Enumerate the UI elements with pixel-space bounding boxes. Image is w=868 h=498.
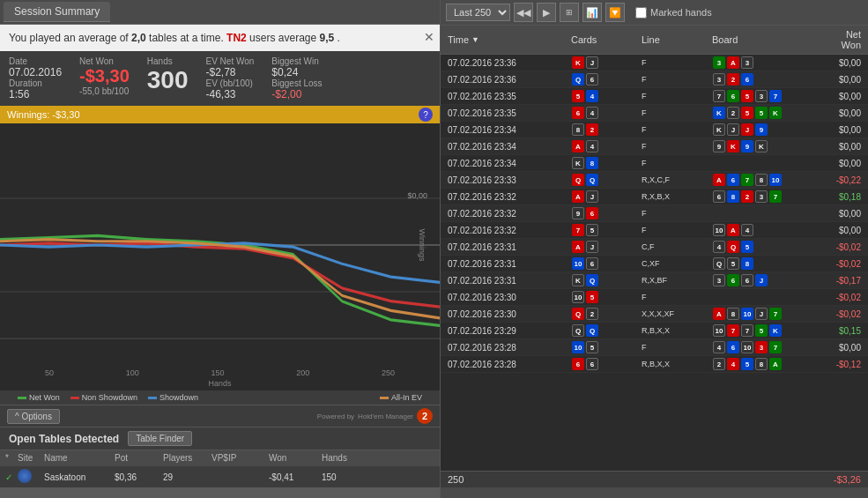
table-row[interactable]: 07.02.2016 23:31AJC,F4Q5-$0,02	[441, 239, 868, 256]
board-card: 5	[755, 324, 768, 337]
board-card: 8	[755, 174, 768, 186]
cell-net-won: -$0,12	[799, 360, 861, 369]
cell-line: R,X,C,F	[642, 175, 712, 184]
options-bar: ^ Options Powered by Hold'em Manager 2	[0, 405, 440, 427]
cell-time: 07.02.2016 23:32	[448, 226, 571, 235]
table-row[interactable]: 07.02.2016 23:3564FK255K$0,00	[441, 105, 868, 122]
cell-board: 9K9K	[712, 140, 799, 152]
card: 5	[586, 341, 598, 353]
cell-time: 07.02.2016 23:34	[448, 159, 571, 168]
close-button[interactable]: ✕	[424, 28, 434, 47]
cell-board: 10775K	[712, 324, 799, 337]
sort-icon[interactable]: ▼	[471, 35, 479, 44]
info-banner: You played an average of 2,0 tables at a…	[0, 25, 440, 51]
powered-by: Powered by Hold'em Manager 2	[317, 408, 433, 424]
x-axis-labels: 50 100 150 200 250	[0, 367, 440, 379]
board-card: A	[727, 56, 739, 69]
col-site: Site	[18, 453, 44, 463]
table-row[interactable]: 07.02.2016 23:30Q2X,X,X,XFA810J7-$0,02	[441, 306, 868, 323]
info-text2: tables at a time.	[149, 32, 226, 44]
prev-button[interactable]: ◀◀	[514, 3, 533, 22]
board-card: Q	[727, 241, 739, 253]
col-won: Won	[269, 453, 322, 463]
cell-board: 2458A	[712, 358, 799, 370]
table-row[interactable]: 07.02.2016 23:34A4F9K9K$0,00	[441, 138, 868, 155]
tn2-highlight: TN2	[226, 32, 247, 44]
table-row[interactable]: 07.02.2016 23:36Q6F326$0,00	[441, 71, 868, 88]
table-row[interactable]: 07.02.2016 23:3275F10A4$0,00	[441, 222, 868, 239]
filter-select[interactable]: Last 250	[446, 4, 510, 21]
card: 6	[586, 257, 598, 270]
table-row[interactable]: 07.02.2016 23:3482FKJJ9$0,00	[441, 122, 868, 138]
net-won-value: -$3,30	[79, 66, 130, 86]
board-card: 2	[741, 190, 753, 203]
next-button[interactable]: ▶	[537, 3, 556, 22]
board-card: Q	[713, 257, 725, 270]
cell-time: 07.02.2016 23:32	[448, 192, 571, 202]
col-cards-label: Cards	[571, 34, 597, 45]
card: K	[572, 274, 584, 286]
winnings-chart	[0, 123, 440, 367]
chart-button[interactable]: 📊	[582, 3, 602, 22]
board-card: 7	[769, 341, 782, 353]
filter-button[interactable]: 🔽	[605, 3, 625, 22]
table-row[interactable]: 07.02.2016 23:31KQR,X,BF366J-$0,17	[441, 272, 868, 289]
board-card: 6	[727, 174, 739, 186]
cell-time: 07.02.2016 23:28	[448, 343, 571, 353]
board-card: 5	[755, 107, 768, 119]
table-row[interactable]: ✓ Saskatoon $0,36 29 -$0,41 150	[0, 465, 440, 487]
board-card: 3	[713, 73, 725, 85]
biggest-loss-label: Biggest Loss	[271, 78, 322, 88]
table-row[interactable]: 07.02.2016 23:31106C,XFQ58-$0,02	[441, 256, 868, 272]
board-card: A	[713, 174, 725, 186]
table-row[interactable]: 07.02.2016 23:3296F$0,00	[441, 205, 868, 222]
card: 5	[572, 90, 584, 102]
col-net-won-label: NetWon	[842, 29, 861, 50]
cell-board: 68237	[712, 190, 799, 203]
table-finder-button[interactable]: Table Finder	[128, 431, 192, 446]
session-tab[interactable]: Session Summary	[4, 2, 110, 22]
tables-grid-header: * Site Name Pot Players VP$IP Won Hands	[0, 450, 440, 465]
ev-net-won-value: -$2,78	[206, 66, 255, 78]
horizontal-scrollbar[interactable]	[441, 487, 868, 498]
cell-cards: 105	[571, 291, 642, 303]
table-row[interactable]: 07.02.2016 23:29QQR,B,X,X10775K$0,15	[441, 323, 868, 339]
board-card: 10	[713, 224, 725, 236]
board-card: 6	[741, 274, 753, 286]
col-players: Players	[163, 453, 211, 463]
hands-label: Hands	[147, 56, 189, 66]
bottom-scrollbar[interactable]	[0, 487, 440, 498]
table-row[interactable]: 07.02.2016 23:32AJR,X,B,X68237$0,18	[441, 189, 868, 205]
cell-board: KJJ9	[712, 123, 799, 136]
ev-net-won-label: EV Net Won	[206, 56, 255, 66]
info-icon[interactable]: ?	[419, 108, 433, 122]
board-card: 8	[727, 190, 739, 203]
table-row[interactable]: 07.02.2016 23:36KJF3A3$0,00	[441, 55, 868, 71]
table-row[interactable]: 07.02.2016 23:2866R,B,X,X2458A-$0,12	[441, 356, 868, 373]
options-button[interactable]: ^ Options	[7, 409, 60, 424]
x-label-250: 250	[382, 368, 395, 377]
cell-board: 10A4	[712, 224, 799, 236]
table-row[interactable]: 07.02.2016 23:3554F76537$0,00	[441, 88, 868, 105]
table-row[interactable]: 07.02.2016 23:34K8F$0,00	[441, 155, 868, 172]
card: 2	[586, 123, 598, 136]
board-card: 10	[741, 341, 753, 353]
board-card: 7	[713, 90, 725, 102]
row-check: ✓	[5, 472, 18, 482]
cell-net-won: -$0,17	[799, 276, 861, 286]
table-row[interactable]: 07.02.2016 23:28105F461037$0,00	[441, 339, 868, 356]
board-card: 7	[727, 324, 739, 337]
col-time: Time ▼	[448, 29, 571, 50]
board-card: 3	[741, 56, 753, 69]
date-label: Date	[9, 56, 62, 66]
net-won-dot	[18, 397, 26, 399]
card: A	[572, 241, 584, 253]
cell-line: F	[642, 58, 712, 67]
marked-hands-checkbox[interactable]	[635, 7, 647, 19]
table-row[interactable]: 07.02.2016 23:33QQR,X,C,FA67810-$0,22	[441, 172, 868, 189]
board-card: 6	[713, 190, 725, 203]
cell-time: 07.02.2016 23:31	[448, 242, 571, 252]
grid-view-button[interactable]: ⊞	[560, 3, 579, 22]
cell-line: F	[642, 293, 712, 301]
table-row[interactable]: 07.02.2016 23:30105F-$0,02	[441, 289, 868, 306]
